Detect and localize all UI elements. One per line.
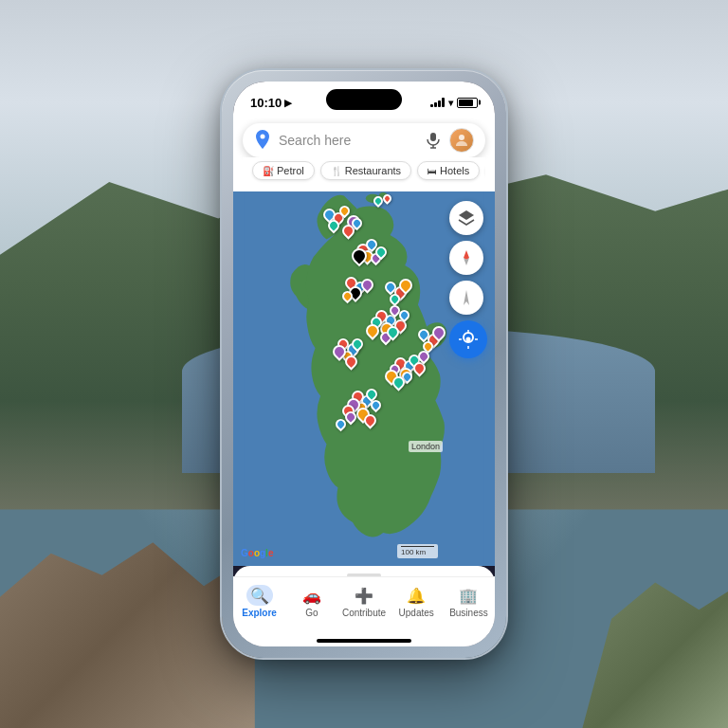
phone-screen: 10:10 ▶ ▾ [233,82,495,646]
updates-icon: 🔔 [407,587,426,605]
svg-rect-1 [430,133,436,141]
location-blue-button[interactable] [449,320,487,358]
map-marker[interactable] [381,192,393,205]
google-logo: G o o g l e [241,548,273,558]
nav-explore[interactable]: 🔍 Explore [233,585,285,618]
map-area[interactable]: London [233,191,495,566]
nav-contribute[interactable]: ➕ Contribute [337,585,390,618]
go-icon: 🚗 [302,587,321,605]
nav-go-label: Go [305,608,318,618]
contribute-icon: ➕ [355,587,373,605]
home-indicator [317,639,411,643]
search-input[interactable]: Search here [279,133,417,148]
layers-button[interactable] [449,201,483,235]
dynamic-island [326,89,402,110]
svg-marker-8 [464,250,469,260]
nav-business-label: Business [449,608,488,618]
nav-explore-label: Explore [242,608,277,618]
nav-updates[interactable]: 🔔 Updates [391,585,443,618]
filter-pills: ⛽ Petrol 🍴 Restaurants 🛏 Hotels 🛒 Groc [243,157,485,186]
filter-hotels[interactable]: 🛏 Hotels [417,161,480,180]
filter-petrol[interactable]: ⛽ Petrol [252,161,315,180]
svg-point-10 [466,337,471,342]
explore-icon: 🔍 [250,587,269,605]
nav-contribute-label: Contribute [342,608,386,618]
wifi-icon: ▾ [448,98,453,108]
nav-updates-label: Updates [399,608,434,618]
map-scale: 100 km [397,544,438,558]
svg-point-4 [459,135,464,140]
nav-business[interactable]: 🏢 Business [443,585,495,618]
filter-restaurants[interactable]: 🍴 Restaurants [320,161,411,180]
compass-button[interactable] [449,241,483,275]
profile-avatar[interactable] [449,128,474,153]
nav-go[interactable]: 🚗 Go [285,585,337,618]
map-background: London [233,191,495,566]
status-time: 10:10 [250,96,282,110]
search-area: Search here [233,116,495,191]
signal-bars-icon [430,98,445,107]
microphone-icon[interactable] [425,132,442,149]
bg-rock-left [0,510,255,728]
map-controls [449,201,487,358]
svg-point-0 [261,135,265,139]
maps-pin-icon [254,130,271,151]
phone: 10:10 ▶ ▾ [222,70,506,658]
status-icons: ▾ [430,98,478,108]
search-bar[interactable]: Search here [243,123,485,157]
navigate-button[interactable] [449,281,483,315]
business-icon: 🏢 [459,587,478,605]
london-label: London [409,441,443,452]
bottom-nav: 🔍 Explore 🚗 Go ➕ Contribute 🔔 [233,576,495,646]
location-arrow-icon: ▶ [284,98,292,108]
bg-rock-right [582,546,728,728]
battery-icon [457,98,478,108]
